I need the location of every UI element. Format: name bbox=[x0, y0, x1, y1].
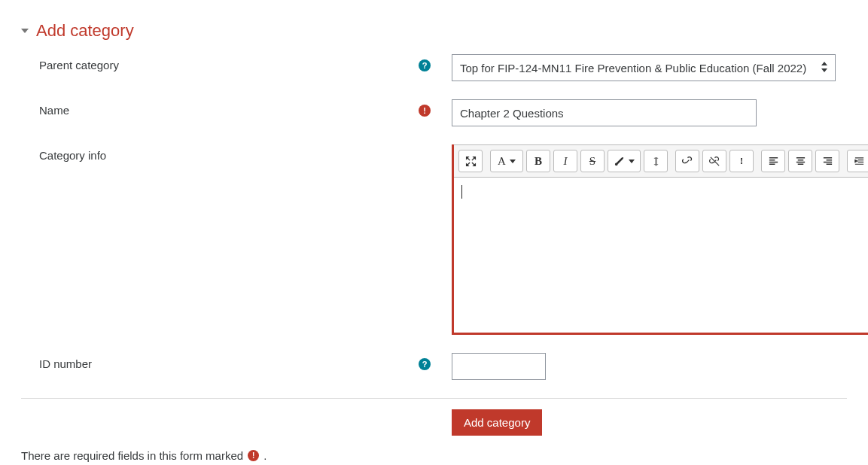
fullscreen-button[interactable] bbox=[458, 150, 483, 172]
row-name: Name ! bbox=[21, 99, 847, 126]
label-category-info: Category info bbox=[39, 149, 431, 162]
footnote-text-before: There are required fields in this form m… bbox=[21, 449, 243, 462]
row-id-number: ID number ? bbox=[21, 353, 847, 380]
align-center-button[interactable] bbox=[788, 150, 812, 172]
help-icon[interactable]: ? bbox=[419, 358, 431, 370]
unlink-button[interactable] bbox=[702, 150, 726, 172]
align-left-button[interactable] bbox=[761, 150, 785, 172]
strike-button[interactable]: S bbox=[580, 150, 605, 172]
emoji-button[interactable]: ! bbox=[729, 150, 754, 172]
paragraph-style-button[interactable]: A bbox=[490, 150, 523, 172]
parent-category-select[interactable]: Top for FIP-124-MN11 Fire Prevention & P… bbox=[452, 54, 836, 81]
align-right-button[interactable] bbox=[815, 150, 839, 172]
editor-content-area[interactable] bbox=[454, 177, 868, 335]
italic-button[interactable]: I bbox=[553, 150, 577, 172]
footnote-text-after: . bbox=[263, 449, 266, 462]
text-cursor-icon bbox=[650, 156, 662, 167]
chevron-down-icon bbox=[510, 160, 516, 163]
label-parent-category: Parent category bbox=[39, 59, 419, 71]
section-title: Add category bbox=[36, 21, 134, 41]
paragraph-label: A bbox=[498, 155, 506, 168]
brush-icon bbox=[614, 156, 625, 167]
unlink-icon bbox=[709, 156, 720, 167]
help-icon[interactable]: ? bbox=[419, 59, 431, 71]
chevron-down-icon bbox=[629, 160, 635, 163]
divider bbox=[21, 398, 847, 399]
clear-format-button[interactable] bbox=[644, 150, 668, 172]
link-button[interactable] bbox=[675, 150, 699, 172]
align-right-icon bbox=[822, 156, 833, 167]
indent-icon bbox=[854, 156, 865, 167]
row-parent-category: Parent category ? Top for FIP-124-MN11 F… bbox=[21, 54, 847, 81]
text-color-button[interactable] bbox=[608, 150, 641, 172]
label-name: Name bbox=[39, 104, 419, 117]
text-cursor bbox=[461, 185, 462, 199]
label-id-number: ID number bbox=[39, 357, 419, 370]
rich-text-editor: A B I S bbox=[452, 144, 868, 335]
section-toggle[interactable]: Add category bbox=[21, 21, 847, 41]
indent-button[interactable] bbox=[847, 150, 868, 172]
editor-toolbar: A B I S bbox=[454, 144, 868, 177]
row-category-info: Category info A B I bbox=[21, 144, 847, 335]
link-icon bbox=[682, 156, 693, 167]
bold-button[interactable]: B bbox=[526, 150, 550, 172]
align-center-icon bbox=[795, 156, 806, 167]
align-left-icon bbox=[768, 156, 779, 167]
id-number-input[interactable] bbox=[452, 353, 546, 380]
name-input[interactable] bbox=[452, 99, 757, 126]
caret-down-icon bbox=[21, 29, 29, 33]
add-category-button[interactable]: Add category bbox=[452, 409, 542, 436]
required-footnote: There are required fields in this form m… bbox=[21, 449, 847, 462]
required-icon: ! bbox=[248, 450, 259, 461]
required-icon: ! bbox=[419, 105, 431, 117]
